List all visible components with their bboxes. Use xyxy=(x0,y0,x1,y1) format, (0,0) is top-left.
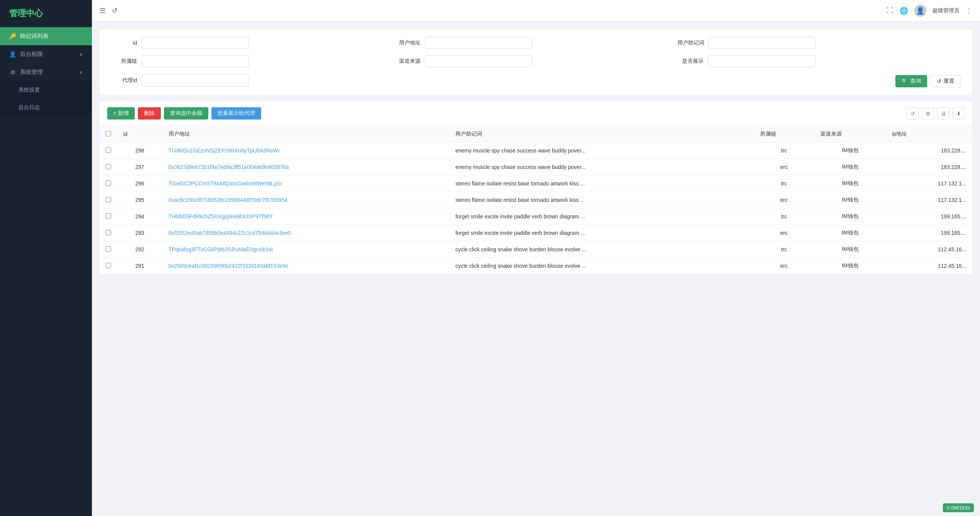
gear-icon: ⚙ xyxy=(9,69,16,76)
filter-label-id: id xyxy=(111,40,142,46)
performance-badge: 0.096163s xyxy=(943,503,974,512)
cell-chain: erc xyxy=(754,159,815,175)
cell-source: IM钱包 xyxy=(814,241,886,258)
filter-label-address: 用户地址 xyxy=(394,39,425,46)
cell-address[interactable]: TGwGC2PCCrnST8xAfQJocGw6mMWe58LgSr xyxy=(162,175,449,192)
row-checkbox[interactable] xyxy=(106,147,111,153)
cell-mnemonic: stereo flame isolate resist base tornado… xyxy=(449,192,754,208)
cell-id: 297 xyxy=(117,159,162,175)
cell-chain: erc xyxy=(754,258,815,274)
row-checkbox[interactable] xyxy=(106,180,111,186)
agent-id-input[interactable] xyxy=(142,74,249,87)
sidebar-item-label: 后台权限 xyxy=(20,51,43,58)
batch-display-button[interactable]: 批量展示给代理 xyxy=(211,107,261,120)
address-link[interactable]: TUdMDu1GEzsNSjZEPz6RXobyTpU8A5NsWr xyxy=(169,147,280,154)
search-button[interactable]: 🔍 查询 xyxy=(895,75,927,87)
row-checkbox[interactable] xyxy=(106,246,111,252)
table-header-row: id 用户地址 用户助记词 所属链 渠道来源 ip地址 xyxy=(100,126,972,143)
cell-mnemonic: forget smile excite invite paddle verb b… xyxy=(449,208,754,225)
sidebar-item-label: 系统设置 xyxy=(18,87,40,93)
row-checkbox-cell[interactable] xyxy=(100,192,117,208)
sidebar-item-system-management[interactable]: ⚙ 系统管理 ∧ xyxy=(0,63,92,81)
add-button[interactable]: + 新增 xyxy=(107,107,135,120)
query-balance-button[interactable]: 查询选中余额 xyxy=(164,107,208,120)
user-mnemonic-input[interactable] xyxy=(708,37,815,49)
select-all-checkbox[interactable] xyxy=(106,131,111,136)
row-checkbox-cell[interactable] xyxy=(100,258,117,274)
filter-item-mnemonic: 用户助记词 xyxy=(677,37,961,49)
row-checkbox-cell[interactable] xyxy=(100,159,117,175)
channel-input[interactable] xyxy=(425,55,532,67)
col-header-ip: ip地址 xyxy=(886,126,972,143)
delete-button[interactable]: 删除 xyxy=(138,107,161,120)
filter-row-3: 代理id 🔍 查询 ↺ 重置 xyxy=(111,74,961,87)
refresh-table-button[interactable]: ↺ xyxy=(906,107,919,120)
key-icon: 🔑 xyxy=(9,33,16,40)
cell-address[interactable]: 0x3627d9e672b1f9a7ed9a3ff51e004de9b46397… xyxy=(162,159,449,175)
address-link[interactable]: 0x2565ceaf1c50269096b2422f332d163abf153e… xyxy=(169,263,288,269)
sidebar-item-backend-log[interactable]: 后台日志 xyxy=(0,99,92,116)
address-link[interactable]: TPqkafxg3FTvCGkPj8bJGRuMaEUgcAb34i xyxy=(169,246,273,252)
export-icon: ⬇ xyxy=(957,111,961,116)
cell-chain: trc xyxy=(754,143,815,159)
filter-item-id: id xyxy=(111,37,394,49)
cell-address[interactable]: TPqkafxg3FTvCGkPj8bJGRuMaEUgcAb34i xyxy=(162,241,449,258)
row-checkbox[interactable] xyxy=(106,230,111,235)
table-toolbar: + 新增 删除 查询选中余额 批量展示给代理 ↺ ⊞ 🖨 ⬇ xyxy=(100,101,972,126)
row-checkbox-cell[interactable] xyxy=(100,143,117,159)
address-link[interactable]: 0xac6c150c8f7186528c2d966448f70dc7f87b59… xyxy=(169,197,288,203)
cell-mnemonic: forget smile excite invite paddle verb b… xyxy=(449,225,754,241)
select-all-cell[interactable] xyxy=(100,126,117,143)
more-options-icon[interactable]: ⋮ xyxy=(965,7,972,15)
cell-source: IM钱包 xyxy=(814,159,886,175)
row-checkbox-cell[interactable] xyxy=(100,208,117,225)
cell-chain: trc xyxy=(754,241,815,258)
table-body: 298 TUdMDu1GEzsNSjZEPz6RXobyTpU8A5NsWr e… xyxy=(100,143,972,274)
address-link[interactable]: THbDD5FdRkchZ5XVgjq9re68XJXP9Tf58Y xyxy=(169,213,273,220)
refresh-icon[interactable]: ↺ xyxy=(112,7,118,15)
sidebar-item-label: 助记词列表 xyxy=(20,33,49,40)
cell-chain: erc xyxy=(754,192,815,208)
print-button[interactable]: 🖨 xyxy=(937,107,949,120)
cell-address[interactable]: 0x2565ceaf1c50269096b2422f332d163abf153e… xyxy=(162,258,449,274)
user-address-input[interactable] xyxy=(425,37,532,49)
address-link[interactable]: 0xf3552e45ab7855b0e4484c22c1c4754d444e3e… xyxy=(169,230,291,236)
reset-button[interactable]: ↺ 重置 xyxy=(930,75,961,87)
fullscreen-icon[interactable]: ⛶ xyxy=(887,7,893,15)
address-link[interactable]: TGwGC2PCCrnST8xAfQJocGw6mMWe58LgSr xyxy=(169,180,282,187)
cell-source: IM钱包 xyxy=(814,192,886,208)
reset-icon: ↺ xyxy=(937,78,941,84)
column-settings-button[interactable]: ⊞ xyxy=(922,107,934,120)
columns-icon: ⊞ xyxy=(926,111,930,116)
cell-address[interactable]: THbDD5FdRkchZ5XVgjq9re68XJXP9Tf58Y xyxy=(162,208,449,225)
row-checkbox[interactable] xyxy=(106,263,111,268)
row-checkbox[interactable] xyxy=(106,197,111,202)
sidebar-item-mnemonic-list[interactable]: 🔑 助记词列表 xyxy=(0,27,92,45)
address-link[interactable]: 0x3627d9e672b1f9a7ed9a3ff51e004de9b46397… xyxy=(169,164,289,170)
cell-id: 291 xyxy=(117,258,162,274)
cell-ip: 112.45.16... xyxy=(886,241,972,258)
row-checkbox-cell[interactable] xyxy=(100,175,117,192)
id-input[interactable] xyxy=(142,37,249,49)
chain-input[interactable] xyxy=(142,55,249,67)
cell-address[interactable]: 0xf3552e45ab7855b0e4484c22c1c4754d444e3e… xyxy=(162,225,449,241)
row-checkbox[interactable] xyxy=(106,164,111,169)
sidebar-item-system-settings[interactable]: 系统设置 xyxy=(0,81,92,99)
sidebar-item-backend-permissions[interactable]: 👤 后台权限 ∨ xyxy=(0,45,92,63)
cell-id: 298 xyxy=(117,143,162,159)
display-input[interactable] xyxy=(708,55,815,67)
globe-icon[interactable]: 🌐 xyxy=(900,7,908,15)
row-checkbox[interactable] xyxy=(106,213,111,219)
filter-item-address: 用户地址 xyxy=(394,37,678,49)
row-checkbox-cell[interactable] xyxy=(100,241,117,258)
export-button[interactable]: ⬇ xyxy=(952,107,965,120)
cell-source: IM钱包 xyxy=(814,208,886,225)
cell-mnemonic: cycle click ceiling snake shove burden b… xyxy=(449,258,754,274)
cell-ip: 112.45.16... xyxy=(886,258,972,274)
filter-label-mnemonic: 用户助记词 xyxy=(677,39,708,46)
row-checkbox-cell[interactable] xyxy=(100,225,117,241)
menu-toggle-icon[interactable]: ☰ xyxy=(100,7,106,15)
cell-address[interactable]: 0xac6c150c8f7186528c2d966448f70dc7f87b59… xyxy=(162,192,449,208)
cell-address[interactable]: TUdMDu1GEzsNSjZEPz6RXobyTpU8A5NsWr xyxy=(162,143,449,159)
filter-label-display: 是否展示 xyxy=(677,58,708,65)
